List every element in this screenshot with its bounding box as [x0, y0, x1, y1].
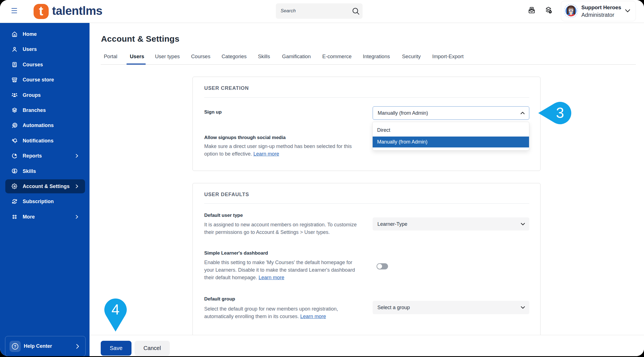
svg-text:$: $ — [14, 200, 15, 203]
svg-text:?: ? — [14, 344, 17, 349]
svg-text:4: 4 — [112, 301, 120, 318]
svg-text:3: 3 — [556, 105, 564, 121]
